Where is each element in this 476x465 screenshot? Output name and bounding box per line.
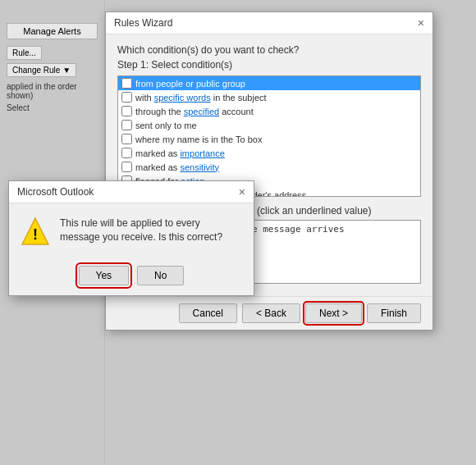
- condition-item-7[interactable]: marked as sensitivity: [118, 160, 420, 174]
- confirm-title: Microsoft Outlook: [17, 186, 94, 198]
- condition-checkbox-4[interactable]: [121, 120, 132, 130]
- rules-wizard-title: Rules Wizard: [114, 17, 172, 29]
- condition-checkbox-5[interactable]: [121, 134, 132, 144]
- condition-label-4: sent only to me: [135, 121, 197, 130]
- finish-button[interactable]: Finish: [367, 303, 421, 323]
- sensitivity-link[interactable]: sensitivity: [180, 162, 219, 172]
- condition-checkbox-6[interactable]: [121, 148, 132, 158]
- wizard-question: Which condition(s) do you want to check?: [117, 44, 421, 56]
- condition-checkbox-1[interactable]: [121, 78, 132, 89]
- select-text: Select: [7, 103, 98, 112]
- confirm-message: This rule will be applied to every messa…: [60, 217, 242, 244]
- condition-item-1[interactable]: from people or public group: [118, 76, 420, 90]
- condition-label-1: from people or public group: [135, 79, 245, 89]
- confirm-body: ! This rule will be applied to every mes…: [9, 203, 254, 259]
- condition-checkbox-7[interactable]: [121, 162, 132, 172]
- condition-item-3[interactable]: through the specified account: [118, 104, 420, 118]
- rules-wizard-titlebar: Rules Wizard ×: [106, 12, 433, 34]
- next-button[interactable]: Next >: [305, 303, 362, 323]
- condition-label-3: through the specified account: [135, 107, 254, 116]
- change-rule-button[interactable]: Change Rule ▼: [7, 63, 76, 77]
- condition-item-5[interactable]: where my name is in the To box: [118, 132, 420, 146]
- applied-text: applied in the order shown): [7, 82, 98, 100]
- condition-item-6[interactable]: marked as importance: [118, 146, 420, 160]
- back-button[interactable]: < Back: [242, 303, 300, 323]
- condition-label-6: marked as importance: [135, 148, 225, 158]
- rules-wizard-footer: Cancel < Back Next > Finish: [106, 296, 433, 330]
- manage-alerts-button[interactable]: Manage Alerts: [7, 23, 98, 39]
- svg-text:!: !: [33, 226, 38, 243]
- condition-item-2[interactable]: with specific words in the subject: [118, 90, 420, 104]
- confirm-titlebar: Microsoft Outlook ×: [9, 181, 254, 203]
- no-button[interactable]: No: [137, 266, 184, 285]
- warning-icon: !: [21, 217, 50, 246]
- step1-label: Step 1: Select condition(s): [117, 59, 421, 71]
- condition-item-4[interactable]: sent only to me: [118, 118, 420, 132]
- condition-label-5: where my name is in the To box: [135, 134, 262, 144]
- condition-checkbox-2[interactable]: [121, 92, 132, 103]
- rule-button[interactable]: Rule...: [7, 46, 42, 60]
- confirm-dialog: Microsoft Outlook × ! This rule will be …: [8, 180, 254, 296]
- conditions-list[interactable]: from people or public group with specifi…: [117, 75, 421, 197]
- confirm-close-button[interactable]: ×: [239, 186, 245, 198]
- yes-button[interactable]: Yes: [79, 266, 130, 285]
- specified-link[interactable]: specified: [184, 107, 219, 116]
- specific-words-link-subject[interactable]: specific words: [154, 93, 211, 103]
- condition-label-7: marked as sensitivity: [135, 162, 219, 172]
- condition-label-2: with specific words in the subject: [135, 93, 267, 103]
- rules-wizard-close-button[interactable]: ×: [418, 17, 424, 29]
- confirm-footer: Yes No: [9, 259, 254, 295]
- condition-checkbox-3[interactable]: [121, 106, 132, 116]
- cancel-button[interactable]: Cancel: [179, 303, 237, 323]
- importance-link[interactable]: importance: [180, 148, 224, 158]
